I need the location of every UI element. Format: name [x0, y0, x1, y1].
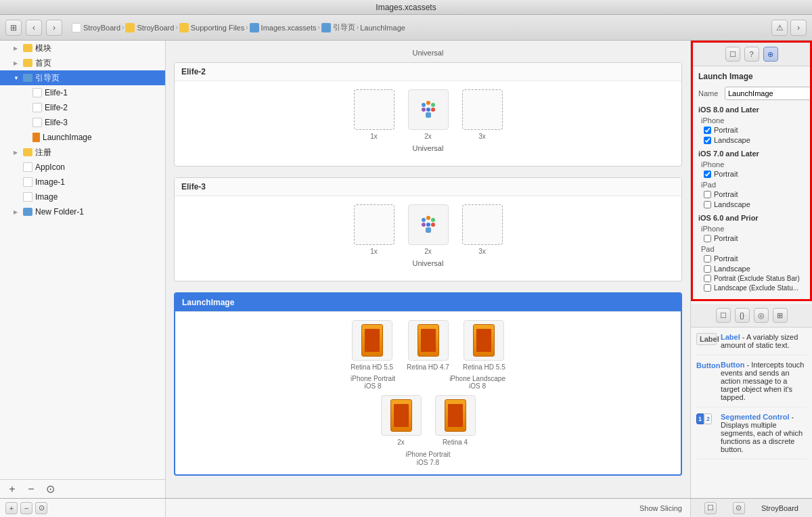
sidebar-item-appicon[interactable]: ▶ AppIcon: [0, 160, 165, 175]
toolbar: ⊞ ‹ › StroyBoard › StroyBoard › Supporti…: [0, 15, 812, 41]
icon-elife2: [32, 103, 42, 112]
library-panel: Label Label - A variably sized amount of…: [691, 328, 812, 470]
iphoneportrait-ios8-label: iPhone PortraitiOS 8: [351, 375, 395, 390]
slot-box-2x[interactable]: [381, 395, 422, 436]
imageset-elife2-header: Elife-2: [175, 63, 681, 81]
slot-box-retina4[interactable]: [435, 395, 476, 436]
tab-file[interactable]: ☐: [725, 47, 740, 62]
slot-box-elife2-1x[interactable]: [354, 89, 394, 130]
ios80-landscape-checkbox[interactable]: [704, 137, 711, 144]
sidebar-label-image1: Image-1: [35, 177, 65, 187]
ios60-pad-portrait-checkbox[interactable]: [704, 255, 711, 263]
sidebar-label-newfolder1: New Folder-1: [35, 207, 84, 217]
slot-retina55-2[interactable]: Retina HD 5.5: [463, 320, 505, 371]
nav-forward-button[interactable]: ›: [790, 20, 807, 36]
sidebar-label-image: Image: [35, 192, 58, 202]
slot-retina4[interactable]: Retina 4: [435, 395, 476, 446]
sidebar-item-image1[interactable]: ▶ Image-1: [0, 175, 165, 189]
slot-elife3-2x[interactable]: 2x: [408, 204, 449, 255]
name-input[interactable]: [725, 87, 810, 100]
slot-box-elife3-3x[interactable]: [462, 204, 503, 245]
slot-box-elife2-3x[interactable]: [462, 89, 503, 130]
slot-elife2-2x[interactable]: 2x: [408, 89, 449, 140]
sidebar-label-appicon: AppIcon: [35, 162, 65, 172]
show-slicing-button[interactable]: Show Slicing: [639, 504, 682, 512]
imageset-elife3-header: Elife-3: [175, 178, 681, 196]
slot-box-retina55-2[interactable]: [464, 320, 504, 361]
breadcrumb-yindaoye[interactable]: 引导页: [321, 22, 355, 32]
warning-button[interactable]: ⚠: [771, 20, 788, 36]
forward-button[interactable]: ›: [46, 20, 62, 36]
folder-icon-zhuce: [23, 148, 32, 156]
sidebar-toggle-button[interactable]: ⊞: [5, 20, 22, 36]
sidebar-item-newfolder1[interactable]: ▶ New Folder-1: [0, 204, 165, 219]
breadcrumb-supporting-files[interactable]: Supporting Files: [179, 23, 245, 32]
folder-icon-2: [179, 23, 189, 32]
slot-box-elife2-2x[interactable]: [408, 89, 449, 130]
button-widget-icon: Button: [696, 361, 717, 369]
sidebar-item-elife1[interactable]: ▶ Elife-1: [0, 85, 165, 100]
sidebar-item-elife3[interactable]: ▶ Elife-3: [0, 115, 165, 130]
elife3-bottom-label: Universal: [181, 259, 675, 267]
lib-tab-curly[interactable]: {}: [735, 308, 750, 323]
icon-elife1: [32, 88, 42, 97]
bottom-right-btn1[interactable]: ☐: [704, 502, 717, 514]
sidebar-item-yindaoye[interactable]: ▼ 引导页: [0, 70, 165, 85]
bottom-center[interactable]: Show Slicing: [166, 499, 690, 517]
breadcrumb-xcassets[interactable]: Images.xcassets: [250, 23, 317, 32]
slot-elife3-1x[interactable]: 1x: [354, 204, 394, 255]
svg-point-0: [422, 103, 426, 107]
sidebar-item-launchimage[interactable]: ▶ LaunchImage: [0, 130, 165, 145]
bottom-right: ☐ ⊙ StroyBoard: [690, 499, 812, 517]
slot-label-elife3-3x: 3x: [478, 248, 486, 255]
ios60-header: iOS 6.0 and Prior: [698, 214, 805, 222]
ios70-iphone-label: iPhone: [701, 160, 805, 168]
lib-tab-circle[interactable]: ◎: [754, 308, 769, 323]
ios60-portrait-excl-checkbox[interactable]: [704, 275, 711, 282]
sidebar-item-mokuai[interactable]: ▶ 模块: [0, 41, 165, 55]
sidebar-item-image[interactable]: ▶ Image: [0, 189, 165, 204]
ios70-ipad-portrait-checkbox[interactable]: [704, 191, 711, 198]
slot-retina47[interactable]: Retina HD 4.7: [407, 320, 449, 371]
ios8-labels: iPhone PortraitiOS 8 iPhone LandscapeiOS…: [182, 375, 674, 390]
slot-label-2x: 2x: [397, 439, 405, 446]
slot-elife3-3x[interactable]: 3x: [462, 204, 503, 255]
breadcrumb-sep-3: ›: [246, 24, 248, 31]
bottom-right-btn2[interactable]: ⊙: [733, 502, 745, 514]
breadcrumb-storyboard2[interactable]: StroyBoard: [125, 23, 174, 32]
ios70-portrait-row: Portrait: [698, 170, 805, 178]
ios60-iphone-portrait-checkbox[interactable]: [704, 235, 711, 242]
slot-2x[interactable]: 2x: [381, 395, 422, 446]
bottom-remove-button[interactable]: −: [20, 502, 32, 514]
ios70-ipad-landscape-checkbox[interactable]: [704, 201, 711, 208]
add-item-button[interactable]: +: [5, 482, 19, 496]
bottom-search-button[interactable]: ⊙: [35, 502, 47, 514]
sidebar-item-elife2[interactable]: ▶ Elife-2: [0, 100, 165, 115]
search-sidebar-button[interactable]: ⊙: [43, 482, 57, 496]
breadcrumb-storyboard1[interactable]: StroyBoard: [72, 23, 120, 32]
bottom-add-button[interactable]: +: [5, 502, 18, 514]
slot-elife2-3x[interactable]: 3x: [462, 89, 503, 140]
remove-item-button[interactable]: −: [24, 482, 38, 496]
ios80-portrait-checkbox[interactable]: [704, 127, 711, 134]
lib-tab-grid[interactable]: ⊞: [773, 308, 788, 323]
slot-retina55-1[interactable]: Retina HD 5.5: [351, 320, 393, 371]
slot-elife2-1x[interactable]: 1x: [354, 89, 394, 140]
slot-box-elife3-1x[interactable]: [354, 204, 394, 245]
sidebar-item-shouye[interactable]: ▶ 首页: [0, 55, 165, 70]
tab-attrs[interactable]: ⊕: [763, 47, 778, 62]
ios60-pad-portrait-label: Portrait: [714, 254, 738, 263]
slot-box-retina47[interactable]: [408, 320, 449, 361]
sidebar-item-zhuce[interactable]: ▶ 注册: [0, 145, 165, 160]
breadcrumb-launchimage[interactable]: LaunchImage: [360, 24, 405, 32]
sidebar-label-yindaoye: 引导页: [35, 72, 60, 84]
slot-box-elife3-2x[interactable]: [408, 204, 449, 245]
ios60-pad-landscape-checkbox[interactable]: [704, 265, 711, 273]
lib-tab-file[interactable]: ☐: [716, 308, 731, 323]
ios70-portrait-checkbox[interactable]: [704, 171, 711, 178]
slot-box-retina55-1[interactable]: [352, 320, 392, 361]
tab-help[interactable]: ?: [744, 47, 759, 62]
folder-icon-yindaoye: [23, 74, 32, 82]
back-button[interactable]: ‹: [26, 20, 42, 36]
ios60-landscape-excl-checkbox[interactable]: [704, 284, 711, 292]
